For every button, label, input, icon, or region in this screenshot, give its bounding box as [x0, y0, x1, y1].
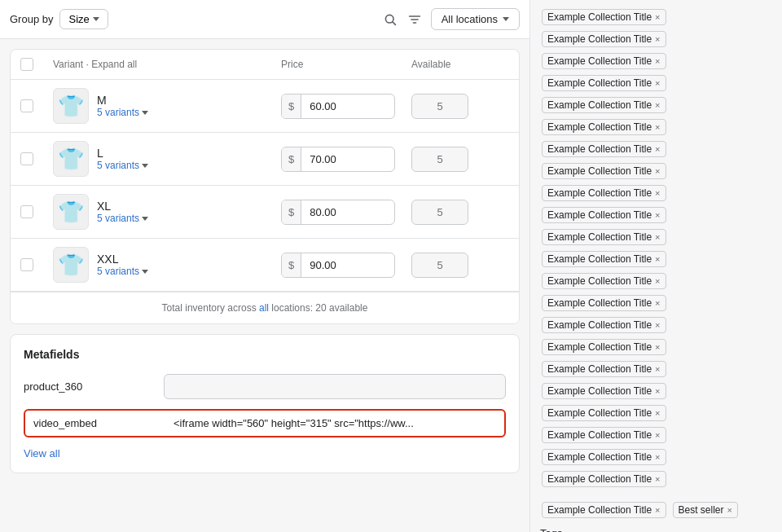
- remove-collection-icon[interactable]: ×: [655, 79, 660, 88]
- filter-icon: [408, 13, 421, 26]
- best-seller-tag: Best seller ×: [673, 502, 738, 518]
- collection-tag-label: Example Collection Title: [547, 253, 652, 265]
- variants-link[interactable]: 5 variants: [97, 107, 148, 118]
- collection-row: Example Collection Title ×: [540, 73, 772, 94]
- search-button[interactable]: [380, 10, 400, 29]
- collection-row: Example Collection Title ×: [540, 358, 772, 380]
- size-label: XL: [97, 200, 148, 213]
- collection-tag-label: Example Collection Title: [547, 504, 652, 516]
- row-checkbox[interactable]: [20, 99, 33, 112]
- remove-collection-icon[interactable]: ×: [655, 101, 660, 110]
- collection-row: Example Collection Title ×: [540, 7, 772, 28]
- metafield-value-text: <iframe width="560" height="315" src="ht…: [174, 417, 496, 429]
- collection-tag-label: Example Collection Title: [547, 363, 652, 375]
- chevron-down-icon: [93, 17, 99, 21]
- collection-row: Example Collection Title ×: [540, 117, 772, 138]
- remove-collection-icon[interactable]: ×: [655, 189, 660, 198]
- price-column-header: Price: [281, 59, 411, 70]
- available-field[interactable]: [411, 147, 468, 172]
- remove-collection-icon[interactable]: ×: [655, 13, 660, 22]
- variant-info: 👕 M 5 variants: [53, 88, 281, 124]
- row-checkbox[interactable]: [20, 152, 33, 165]
- remove-collection-icon[interactable]: ×: [655, 167, 660, 176]
- row-checkbox[interactable]: [20, 258, 33, 271]
- table-row: 👕 L 5 variants $: [11, 133, 519, 186]
- remove-collection-icon[interactable]: ×: [655, 343, 660, 352]
- collection-tag: Example Collection Title ×: [542, 141, 666, 157]
- price-input: $: [281, 253, 395, 278]
- collection-tag: Example Collection Title ×: [542, 97, 666, 113]
- size-dropdown-label: Size: [68, 13, 89, 25]
- tshirt-icon: 👕: [58, 200, 84, 225]
- locations-dropdown[interactable]: All locations: [431, 8, 520, 30]
- collection-tag: Example Collection Title ×: [542, 9, 666, 25]
- tshirt-icon: 👕: [58, 147, 84, 172]
- remove-tag-icon[interactable]: ×: [727, 506, 732, 515]
- locations-label: All locations: [442, 13, 498, 25]
- remove-collection-icon[interactable]: ×: [655, 365, 660, 374]
- remove-collection-icon[interactable]: ×: [655, 145, 660, 154]
- inventory-table: Variant · Expand all Price Available 👕 M…: [10, 49, 520, 324]
- variant-info: 👕 L 5 variants: [53, 141, 281, 177]
- filter-button[interactable]: [405, 10, 424, 29]
- remove-collection-icon[interactable]: ×: [655, 211, 660, 220]
- size-label: XXL: [97, 253, 148, 266]
- remove-collection-icon[interactable]: ×: [655, 475, 660, 484]
- collection-tag: Example Collection Title ×: [542, 75, 666, 91]
- row-checkbox[interactable]: [20, 205, 33, 218]
- variant-info: 👕 XXL 5 variants: [53, 247, 281, 283]
- remove-collection-icon[interactable]: ×: [655, 57, 660, 66]
- remove-collection-icon[interactable]: ×: [655, 321, 660, 330]
- price-field[interactable]: [301, 147, 383, 171]
- table-header: Variant · Expand all Price Available: [11, 50, 519, 80]
- variant-info: 👕 XL 5 variants: [53, 194, 281, 230]
- remove-collection-icon[interactable]: ×: [655, 453, 660, 462]
- collection-tag-label: Example Collection Title: [547, 341, 652, 353]
- remove-collection-icon[interactable]: ×: [655, 431, 660, 440]
- variant-thumbnail: 👕: [53, 194, 89, 230]
- collection-tag: Example Collection Title ×: [542, 31, 666, 47]
- collection-tag-label: Example Collection Title: [547, 275, 652, 287]
- search-icon: [384, 13, 397, 26]
- remove-collection-icon[interactable]: ×: [655, 35, 660, 44]
- collection-tag-label: Example Collection Title: [547, 187, 652, 199]
- remove-collection-icon[interactable]: ×: [655, 506, 660, 515]
- collection-row: Example Collection Title ×: [540, 468, 772, 490]
- all-locations-link[interactable]: all: [259, 302, 269, 314]
- remove-collection-icon[interactable]: ×: [655, 277, 660, 286]
- total-inventory: Total inventory across all locations: 20…: [11, 292, 519, 323]
- remove-collection-icon[interactable]: ×: [655, 409, 660, 418]
- collection-tag: Example Collection Title ×: [542, 251, 666, 267]
- remove-collection-icon[interactable]: ×: [655, 123, 660, 132]
- remove-collection-icon[interactable]: ×: [655, 255, 660, 264]
- variants-link[interactable]: 5 variants: [97, 213, 148, 224]
- collection-row: Example Collection Title ×: [540, 204, 772, 226]
- collection-tag: Example Collection Title ×: [542, 119, 666, 135]
- metafield-input[interactable]: [164, 374, 506, 399]
- remove-collection-icon[interactable]: ×: [655, 299, 660, 308]
- available-field[interactable]: [411, 200, 468, 225]
- price-field[interactable]: [301, 95, 383, 118]
- chevron-down-icon: [142, 217, 148, 221]
- available-field[interactable]: [411, 253, 468, 278]
- variant-thumbnail: 👕: [53, 141, 89, 177]
- size-dropdown[interactable]: Size: [59, 9, 108, 29]
- variants-link[interactable]: 5 variants: [97, 266, 148, 277]
- price-input: $: [281, 200, 395, 225]
- price-field[interactable]: [301, 253, 383, 277]
- available-field[interactable]: [411, 94, 468, 119]
- collection-row: Example Collection Title ×: [540, 270, 772, 292]
- currency-symbol: $: [282, 200, 301, 224]
- price-field[interactable]: [301, 200, 383, 224]
- currency-symbol: $: [282, 253, 301, 277]
- variants-link[interactable]: 5 variants: [97, 160, 148, 171]
- available-input: [411, 200, 485, 225]
- remove-collection-icon[interactable]: ×: [655, 387, 660, 396]
- collections-list: Example Collection Title × Example Colle…: [540, 7, 772, 490]
- view-all-link[interactable]: View all: [24, 447, 506, 459]
- metafield-row: product_360: [24, 374, 506, 399]
- collection-tag: Example Collection Title ×: [542, 317, 666, 333]
- remove-collection-icon[interactable]: ×: [655, 233, 660, 242]
- select-all-checkbox[interactable]: [20, 58, 33, 71]
- collection-tag: Example Collection Title ×: [542, 229, 666, 245]
